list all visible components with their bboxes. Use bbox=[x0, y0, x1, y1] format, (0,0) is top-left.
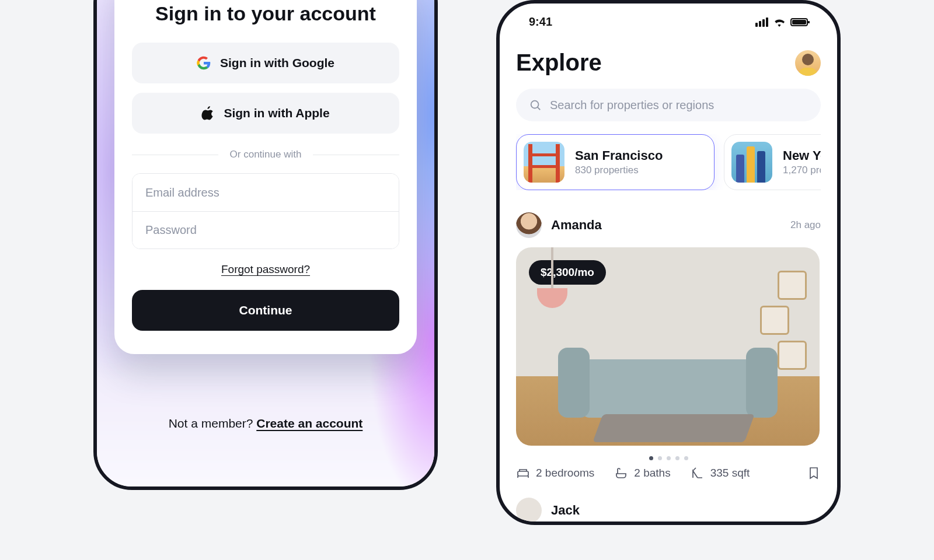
meta-bedrooms: 2 bedrooms bbox=[516, 466, 594, 480]
apple-icon bbox=[201, 106, 214, 120]
svg-rect-2 bbox=[518, 471, 528, 476]
bath-icon bbox=[614, 466, 628, 480]
meta-bedrooms-label: 2 bedrooms bbox=[536, 467, 594, 480]
google-icon bbox=[197, 56, 211, 70]
next-post-header: Jack bbox=[516, 498, 821, 523]
bookmark-icon bbox=[807, 466, 821, 480]
profile-avatar[interactable] bbox=[795, 50, 821, 76]
continue-button[interactable]: Continue bbox=[132, 290, 399, 331]
battery-icon bbox=[790, 18, 808, 26]
signin-title: Sign in to your account bbox=[132, 2, 399, 25]
google-label: Sign in with Google bbox=[220, 56, 334, 70]
region-chip-sf[interactable]: San Francisco 830 properties bbox=[516, 134, 715, 190]
meta-sqft-label: 335 sqft bbox=[710, 467, 750, 480]
region-name: San Francisco bbox=[575, 148, 663, 163]
forgot-password-link[interactable]: Forgot password? bbox=[132, 263, 399, 276]
author-name: Jack bbox=[551, 503, 580, 518]
search-placeholder: Search for properties or regions bbox=[550, 99, 714, 112]
sqft-icon bbox=[691, 466, 705, 480]
price-badge: $2,300/mo bbox=[529, 260, 606, 285]
meta-baths: 2 baths bbox=[614, 466, 670, 480]
search-icon bbox=[529, 99, 542, 111]
signin-with-apple-button[interactable]: Sign in with Apple bbox=[132, 93, 399, 134]
meta-sqft: 335 sqft bbox=[691, 466, 750, 480]
page-title: Explore bbox=[516, 50, 602, 76]
explore-header: Explore bbox=[516, 50, 821, 76]
signin-card: Sign in to your account Sign in with Goo… bbox=[114, 0, 417, 354]
search-input[interactable]: Search for properties or regions bbox=[516, 89, 821, 121]
region-name: New York bbox=[783, 148, 821, 163]
signup-footer: Not a member? Create an account bbox=[97, 416, 434, 430]
region-thumb-sf bbox=[524, 142, 564, 183]
phone-signin: Sign in to your account Sign in with Goo… bbox=[93, 0, 438, 490]
signin-with-google-button[interactable]: Sign in with Google bbox=[132, 43, 399, 83]
author-avatar bbox=[516, 498, 542, 523]
divider-or: Or continue with bbox=[132, 149, 399, 160]
cellular-icon bbox=[755, 18, 768, 27]
author-name: Amanda bbox=[551, 218, 602, 233]
phone-explore: 9:41 Explore Search for properties or re… bbox=[496, 0, 841, 525]
bed-icon bbox=[516, 466, 530, 480]
svg-point-0 bbox=[531, 101, 539, 108]
region-count: 830 properties bbox=[575, 164, 663, 176]
signup-prefix: Not a member? bbox=[169, 416, 257, 430]
credential-fields bbox=[132, 173, 399, 249]
carousel-dots[interactable] bbox=[516, 456, 821, 460]
region-thumb-ny bbox=[731, 142, 772, 183]
continue-label: Continue bbox=[239, 303, 292, 317]
region-chip-ny[interactable]: New York 1,270 properties bbox=[724, 134, 821, 190]
create-account-link[interactable]: Create an account bbox=[256, 416, 363, 430]
post-author[interactable]: Amanda bbox=[516, 212, 602, 238]
post-header: Amanda 2h ago bbox=[516, 212, 821, 238]
divider-label: Or continue with bbox=[230, 149, 302, 160]
status-icons bbox=[755, 18, 808, 27]
apple-label: Sign in with Apple bbox=[224, 106, 329, 120]
svg-line-1 bbox=[538, 107, 541, 110]
listing-meta: 2 bedrooms 2 baths 335 sqft bbox=[516, 466, 821, 480]
listing-card[interactable]: $2,300/mo bbox=[516, 247, 820, 446]
password-field[interactable] bbox=[133, 211, 399, 249]
listing-carousel[interactable]: $2,300/mo bbox=[516, 247, 821, 446]
post-time: 2h ago bbox=[790, 219, 821, 231]
meta-baths-label: 2 baths bbox=[634, 467, 670, 480]
region-chips[interactable]: San Francisco 830 properties New York 1,… bbox=[516, 134, 821, 190]
email-field[interactable] bbox=[133, 174, 399, 211]
author-avatar bbox=[516, 212, 542, 238]
region-count: 1,270 properties bbox=[783, 164, 821, 176]
bookmark-button[interactable] bbox=[807, 466, 821, 480]
wifi-icon bbox=[773, 18, 786, 27]
status-bar: 9:41 bbox=[500, 4, 837, 33]
status-time: 9:41 bbox=[529, 15, 552, 29]
